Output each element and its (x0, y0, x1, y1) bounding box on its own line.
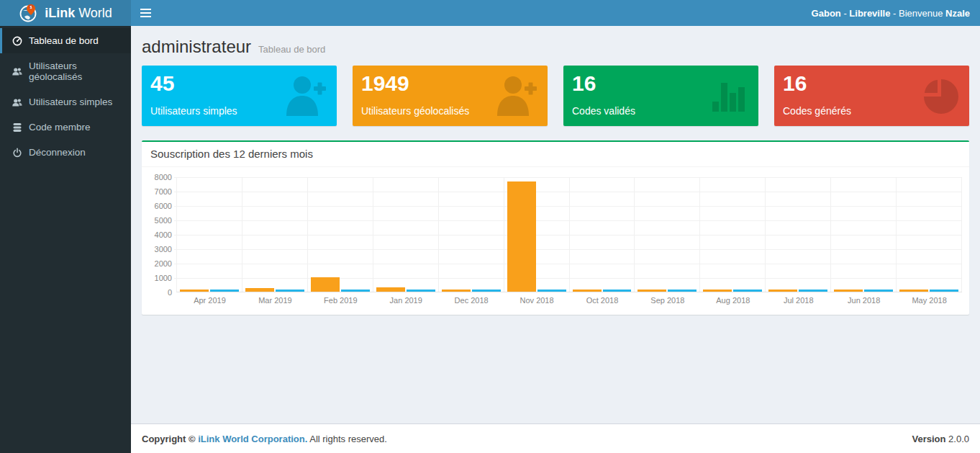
blue-bar (341, 290, 370, 292)
info-box-codes-valides: 16 Codes validés (563, 66, 758, 126)
sidebar-item-label: Code membre (29, 122, 91, 133)
sidebar-item-label: Utilisateurs géolocalisés (29, 60, 121, 82)
orange-bar (834, 290, 863, 292)
footer-copyright: Copyright © iLink World Corporation. All… (142, 434, 387, 444)
content-header: administrateur Tableau de bord (142, 33, 969, 66)
bar-group-mar-2019 (242, 177, 308, 292)
dashboard-icon (12, 36, 22, 46)
globe-pin-icon: $ (19, 3, 39, 23)
chart-panel: Souscription des 12 derniers mois 010002… (142, 140, 969, 315)
chart-slots (177, 177, 962, 292)
bar-chart-icon (711, 74, 751, 115)
navbar-user-info: Gabon - Libreville - Bienvenue Nzale (812, 8, 980, 19)
user-plus-icon (279, 74, 330, 119)
x-tick-label: Nov 2018 (504, 292, 570, 310)
bar-group-jun-2018 (831, 177, 897, 292)
hamburger-icon (140, 9, 151, 10)
bar-group-jan-2019 (373, 177, 439, 292)
username-label: Nzale (945, 8, 970, 19)
y-tick-label: 4000 (155, 230, 172, 239)
copyright-label: Copyright © (142, 434, 198, 444)
y-tick-label: 1000 (155, 274, 172, 282)
blue-bar (733, 290, 762, 292)
x-tick-label: May 2018 (897, 292, 962, 310)
y-tick-label: 0 (168, 288, 172, 297)
y-tick-label: 6000 (155, 202, 172, 210)
x-tick-label: Mar 2019 (242, 292, 308, 310)
sidebar-item-label: Tableau de bord (29, 35, 99, 46)
blue-bar (472, 290, 501, 292)
subscription-bar-chart: 010002000300040005000600070008000 (148, 177, 962, 292)
chart-title: Souscription des 12 derniers mois (150, 148, 313, 160)
blue-bar (210, 290, 239, 292)
bar-group-jul-2018 (766, 177, 831, 292)
y-tick-label: 5000 (155, 216, 172, 225)
bar-group-sep-2018 (635, 177, 700, 292)
x-tick-label: Apr 2019 (177, 292, 242, 310)
orange-bar (573, 290, 602, 292)
y-tick-label: 8000 (155, 173, 172, 181)
bar-group-oct-2018 (570, 177, 635, 292)
x-tick-label: Oct 2018 (570, 292, 635, 310)
footer: Copyright © iLink World Corporation. All… (131, 423, 980, 453)
x-tick-label: Jun 2018 (831, 292, 897, 310)
sidebar-item-code-membre[interactable]: Code membre (0, 115, 131, 140)
country-label: Gabon (812, 8, 841, 19)
x-tick-label: Dec 2018 (439, 292, 504, 310)
chart-container: 010002000300040005000600070008000 Apr 20… (142, 167, 969, 315)
users-icon (12, 66, 22, 76)
main-area: administrateur Tableau de bord 45 Utilis… (131, 26, 980, 453)
sidebar-menu: Tableau de bord Utilisateurs géolocalisé… (0, 26, 131, 165)
bar-group-apr-2019 (177, 177, 242, 292)
blue-bar (407, 290, 435, 292)
chart-y-axis: 010002000300040005000600070008000 (148, 177, 176, 292)
orange-bar (311, 277, 340, 292)
info-boxes-row: 45 Utilisateurs simples 1949 Utilisateur… (142, 66, 969, 126)
brand-logo[interactable]: $ iLink World (0, 0, 131, 26)
x-tick-label: Aug 2018 (700, 292, 766, 310)
users-icon (12, 97, 22, 107)
navbar: Gabon - Libreville - Bienvenue Nzale (131, 0, 980, 26)
y-tick-label: 7000 (155, 187, 172, 196)
blue-bar (668, 290, 697, 292)
footer-version: Version 2.0.0 (912, 434, 970, 444)
user-plus-icon (490, 74, 540, 119)
chart-x-axis: Apr 2019Mar 2019Feb 2019Jan 2019Dec 2018… (176, 292, 962, 310)
company-link[interactable]: iLink World Corporation. (198, 434, 307, 444)
bar-group-feb-2019 (308, 177, 373, 292)
bar-group-nov-2018 (504, 177, 570, 292)
sidebar-item-utilisateurs-simples[interactable]: Utilisateurs simples (0, 89, 131, 115)
chart-plot (176, 177, 962, 292)
database-icon (12, 122, 22, 133)
sidebar-item-tableau-de-bord[interactable]: Tableau de bord (0, 28, 131, 53)
chart-panel-header: Souscription des 12 derniers mois (142, 142, 969, 167)
orange-bar (899, 290, 928, 292)
bar-group-may-2018 (897, 177, 962, 292)
pie-chart-icon (917, 74, 962, 119)
city-label: Libreville (849, 8, 890, 19)
sidebar-item-label: Déconnexion (29, 147, 86, 158)
sidebar-item-deconnexion[interactable]: Déconnexion (0, 140, 131, 165)
version-value: 2.0.0 (945, 434, 969, 444)
rights-label: All rights reserved. (307, 434, 387, 444)
info-box-utilisateurs-simples: 45 Utilisateurs simples (142, 66, 337, 126)
x-tick-label: Sep 2018 (635, 292, 700, 310)
sidebar: Tableau de bord Utilisateurs géolocalisé… (0, 26, 131, 453)
sidebar-toggle-button[interactable] (131, 0, 160, 26)
top-header: $ iLink World Gabon - Libreville - Bienv… (0, 0, 980, 26)
brand-regular: World (78, 6, 112, 20)
orange-bar (180, 290, 209, 292)
svg-text:$: $ (30, 5, 32, 9)
greeting-label: Bienvenue (899, 8, 945, 19)
orange-bar (376, 287, 405, 292)
sidebar-item-label: Utilisateurs simples (29, 97, 112, 107)
content: administrateur Tableau de bord 45 Utilis… (131, 26, 980, 423)
page-subtitle: Tableau de bord (258, 44, 325, 55)
y-tick-label: 2000 (155, 259, 172, 268)
orange-bar (703, 290, 732, 292)
blue-bar (864, 290, 893, 292)
blue-bar (799, 290, 827, 292)
sidebar-item-utilisateurs-geolocalises[interactable]: Utilisateurs géolocalisés (0, 53, 131, 89)
blue-bar (930, 290, 958, 292)
brand-text: iLink World (45, 6, 112, 21)
